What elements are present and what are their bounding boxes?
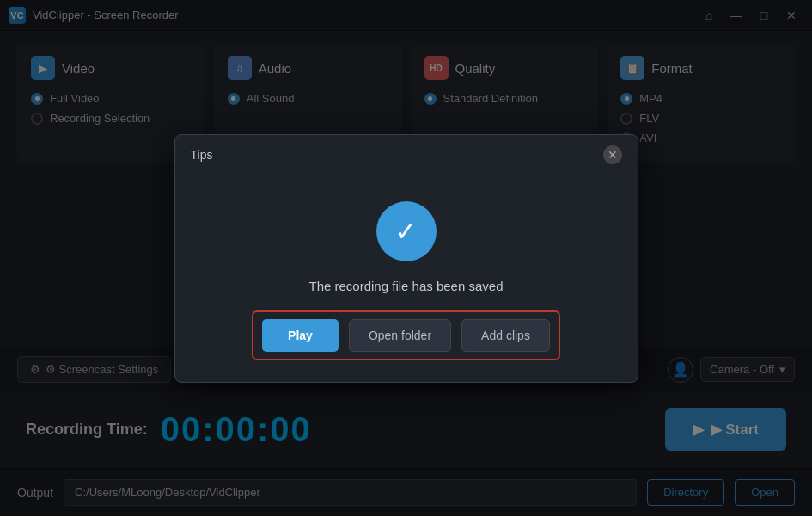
success-check-icon: ✓ bbox=[376, 201, 437, 261]
modal-message: The recording file has been saved bbox=[309, 279, 504, 293]
modal-add-clips-button[interactable]: Add clips bbox=[461, 319, 550, 352]
modal-body: ✓ The recording file has been saved Play… bbox=[175, 175, 638, 382]
tips-modal: Tips ✕ ✓ The recording file has been sav… bbox=[174, 134, 638, 383]
modal-title: Tips bbox=[191, 148, 213, 162]
modal-open-folder-button[interactable]: Open folder bbox=[349, 319, 451, 352]
modal-close-button[interactable]: ✕ bbox=[603, 145, 622, 164]
modal-actions: Play Open folder Add clips bbox=[252, 310, 560, 360]
modal-header: Tips ✕ bbox=[175, 135, 638, 175]
modal-overlay: Tips ✕ ✓ The recording file has been sav… bbox=[0, 0, 812, 516]
modal-play-button[interactable]: Play bbox=[262, 319, 339, 352]
